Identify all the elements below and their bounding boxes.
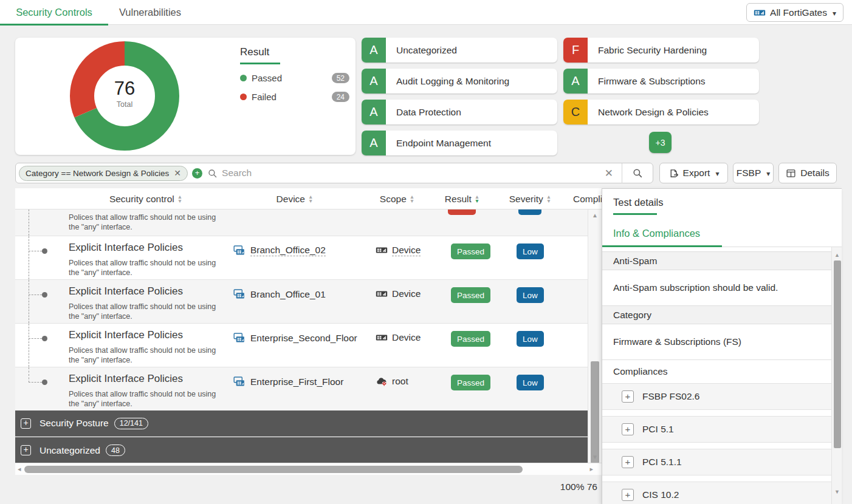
compliance-row-fsbp[interactable]: FSBP FS02.6 bbox=[602, 383, 831, 410]
device-cell: Enterprise_Second_Floor bbox=[233, 332, 357, 344]
tree-node-icon bbox=[42, 248, 47, 254]
fsbp-dropdown-button[interactable]: FSBP bbox=[733, 163, 774, 183]
control-description: Polices that allow traffic should not be… bbox=[69, 302, 224, 321]
search-input[interactable] bbox=[222, 168, 596, 179]
legend-item-failed[interactable]: Failed 24 bbox=[240, 92, 349, 102]
table-row-partial[interactable]: Polices that allow traffic should not be… bbox=[15, 209, 602, 236]
expand-compliance-icon[interactable] bbox=[622, 390, 634, 403]
scrollbar-thumb[interactable] bbox=[834, 261, 841, 448]
search-filter-bar: Category == Network Design & Policies bbox=[15, 163, 653, 183]
category-card-network-design-policies[interactable]: C Network Design & Policies bbox=[563, 100, 759, 124]
expand-group-icon[interactable] bbox=[21, 445, 31, 455]
failed-count-badge: 24 bbox=[332, 92, 349, 102]
sort-icon bbox=[308, 195, 313, 203]
field-value-category: Firmware & Subscriptions (FS) bbox=[602, 324, 831, 359]
severity-badge: Low bbox=[517, 331, 544, 347]
scrollbar-thumb[interactable] bbox=[24, 466, 523, 473]
scroll-down-icon[interactable] bbox=[832, 489, 842, 495]
clear-search-icon[interactable] bbox=[596, 167, 622, 180]
device-link[interactable]: Enterprise_Second_Floor bbox=[250, 333, 357, 344]
column-header-result[interactable]: Result bbox=[430, 188, 495, 209]
tab-vulnerabilities[interactable]: Vulnerabilities bbox=[108, 0, 192, 25]
passed-count-badge: 52 bbox=[332, 73, 349, 83]
field-header-category: Category bbox=[602, 305, 831, 324]
add-filter-button[interactable] bbox=[192, 168, 202, 179]
filter-chip-category[interactable]: Category == Network Design & Policies bbox=[19, 166, 188, 181]
category-label: Endpoint Management bbox=[396, 138, 491, 149]
control-name: Explicit Interface Policies bbox=[69, 242, 183, 254]
scroll-up-icon[interactable] bbox=[832, 252, 842, 258]
scope-cell: Device bbox=[376, 288, 421, 300]
column-header-security-control[interactable]: Security control bbox=[67, 188, 225, 209]
scope-link[interactable]: Device bbox=[392, 288, 421, 299]
scrollbar-thumb[interactable] bbox=[591, 361, 599, 463]
column-header-compliance[interactable]: Compliance bbox=[566, 188, 602, 209]
scroll-right-icon[interactable] bbox=[589, 465, 593, 473]
category-card-firmware-subscriptions[interactable]: A Firmware & Subscriptions bbox=[563, 69, 759, 94]
column-header-device[interactable]: Device bbox=[225, 188, 365, 209]
legend-title: Result bbox=[240, 46, 349, 58]
export-dropdown-button[interactable]: Export bbox=[659, 163, 728, 183]
device-link[interactable]: Branch_Office_02 bbox=[250, 245, 326, 256]
category-label: Data Protection bbox=[396, 107, 461, 118]
result-badge: Passed bbox=[451, 243, 490, 259]
group-row-uncategorized[interactable]: Uncategorized 48 bbox=[15, 437, 588, 463]
compliance-row-pci-5-1[interactable]: PCI 5.1 bbox=[602, 416, 831, 443]
details-toggle-button[interactable]: Details bbox=[778, 163, 837, 183]
group-row-security-posture[interactable]: Security Posture 12/141 bbox=[15, 410, 588, 437]
column-header-scope[interactable]: Scope bbox=[365, 188, 430, 209]
category-card-endpoint-management[interactable]: A Endpoint Management bbox=[362, 131, 557, 155]
expand-compliance-icon[interactable] bbox=[622, 423, 634, 435]
scope-link[interactable]: Device bbox=[392, 332, 421, 343]
scroll-up-icon[interactable] bbox=[588, 212, 602, 219]
remove-filter-icon[interactable] bbox=[174, 168, 181, 178]
table-row[interactable]: Explicit Interface Policies Polices that… bbox=[15, 323, 602, 367]
severity-badge: Low bbox=[517, 243, 544, 259]
compliance-row-cis-10-2[interactable]: CIS 10.2 bbox=[602, 482, 831, 504]
top-tab-bar: Security Controls Vulnerabilities All Fo… bbox=[0, 0, 852, 25]
column-header-severity[interactable]: Severity bbox=[495, 188, 566, 209]
device-icon bbox=[233, 332, 246, 344]
grade-badge: A bbox=[563, 69, 588, 94]
grade-badge: F bbox=[563, 38, 588, 63]
table-row[interactable]: Explicit Interface Policies Polices that… bbox=[15, 367, 602, 410]
grade-badge: C bbox=[563, 100, 588, 124]
active-tab-underline bbox=[0, 24, 108, 26]
expand-compliance-icon[interactable] bbox=[622, 456, 634, 468]
fortigate-selector-dropdown[interactable]: All FortiGates bbox=[746, 3, 843, 22]
tab-security-controls[interactable]: Security Controls bbox=[0, 0, 108, 25]
scroll-left-icon[interactable] bbox=[18, 465, 21, 473]
tree-connector bbox=[29, 236, 29, 279]
control-description: Polices that allow traffic should not be… bbox=[69, 213, 224, 232]
result-badge: Passed bbox=[451, 287, 490, 303]
table-horizontal-scrollbar[interactable] bbox=[15, 463, 602, 475]
submit-search-button[interactable] bbox=[622, 168, 653, 179]
more-categories-button[interactable]: +3 bbox=[649, 132, 672, 153]
active-tab-underline bbox=[602, 245, 722, 247]
tab-info-compliances[interactable]: Info & Compliances bbox=[613, 228, 700, 239]
table-row[interactable]: Explicit Interface Policies Polices that… bbox=[15, 279, 602, 323]
expand-compliance-icon[interactable] bbox=[622, 489, 634, 501]
details-label: Details bbox=[800, 168, 829, 179]
device-link[interactable]: Branch_Office_01 bbox=[250, 289, 326, 300]
category-card-fabric-security-hardening[interactable]: F Fabric Security Hardening bbox=[563, 38, 759, 63]
tab-label: Vulnerabilities bbox=[119, 7, 181, 18]
legend-item-passed[interactable]: Passed 52 bbox=[240, 73, 349, 83]
scope-link[interactable]: Device bbox=[392, 245, 421, 256]
scope-link[interactable]: root bbox=[392, 376, 408, 387]
expand-group-icon[interactable] bbox=[21, 418, 31, 429]
table-vertical-scrollbar[interactable] bbox=[588, 209, 602, 463]
tree-connector bbox=[29, 295, 42, 295]
sort-icon bbox=[546, 195, 551, 203]
category-card-uncategorized[interactable]: A Uncategorized bbox=[362, 38, 557, 63]
scope-device-icon bbox=[376, 244, 388, 256]
device-cell: Enterprise_First_Floor bbox=[233, 375, 343, 388]
table-row[interactable]: Explicit Interface Policies Polices that… bbox=[15, 236, 602, 279]
compliance-row-pci-5-1-1[interactable]: PCI 5.1.1 bbox=[602, 449, 831, 475]
device-link[interactable]: Enterprise_First_Floor bbox=[250, 376, 343, 387]
category-card-audit-logging[interactable]: A Audit Logging & Monitoring bbox=[362, 69, 557, 94]
panel-vertical-scrollbar[interactable] bbox=[831, 247, 842, 504]
grade-badge: A bbox=[362, 131, 386, 155]
scroll-down-icon[interactable] bbox=[588, 454, 602, 460]
category-card-data-protection[interactable]: A Data Protection bbox=[362, 100, 557, 124]
